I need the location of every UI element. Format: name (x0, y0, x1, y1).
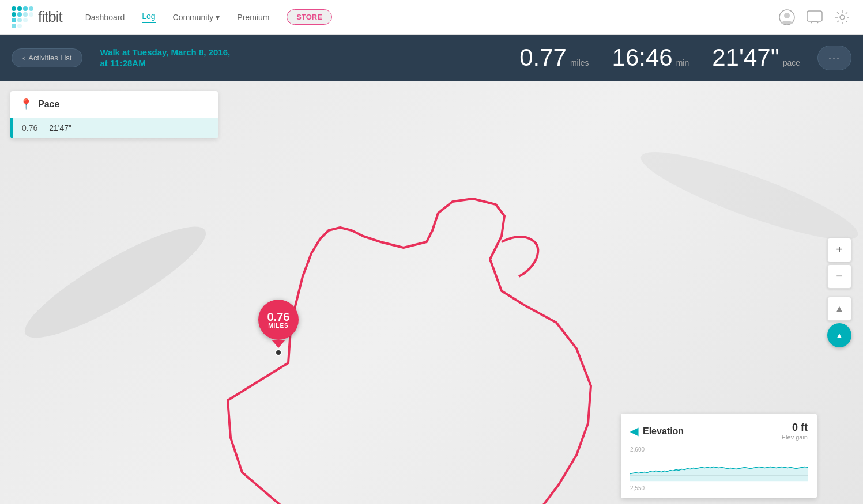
elevation-gain-label: Elev gain (782, 434, 808, 441)
nav-dashboard[interactable]: Dashboard (85, 13, 125, 22)
nav-community[interactable]: Community ▾ (173, 13, 220, 22)
elevation-scale-high: 2,600 (630, 446, 808, 453)
pace-card-header: 📍 Pace (10, 91, 218, 118)
terrain-icon: ▲ (835, 304, 844, 314)
logo-dot (17, 18, 22, 22)
pace-number: 21'47" (712, 46, 779, 70)
elevation-title: ◀ Elevation (630, 425, 684, 438)
pace-card-row: 0.76 21'47" (10, 118, 218, 138)
zoom-in-button[interactable]: + (827, 238, 851, 262)
logo-dot (23, 18, 28, 22)
chevron-down-icon: ▾ (216, 13, 220, 22)
logo-dot (29, 24, 33, 28)
elevation-chart (630, 454, 808, 483)
pace-time: 21'47" (49, 123, 71, 132)
main-nav: Dashboard Log Community ▾ Premium STORE (85, 9, 778, 25)
activity-title-line2: at 11:28AM (100, 58, 230, 69)
elevation-gain-value: 0 ft (782, 422, 808, 434)
messages-icon[interactable] (805, 8, 824, 26)
logo-dot (23, 24, 28, 28)
activities-list-label: Activities List (28, 54, 71, 62)
header-icons (778, 8, 851, 26)
nav-log[interactable]: Log (142, 12, 155, 23)
mile-label: MILES (268, 323, 289, 329)
mile-marker: 0.76 MILES (258, 300, 299, 356)
logo-dot (23, 6, 28, 11)
duration-number: 16:46 (612, 46, 673, 70)
back-arrow-icon: ‹ (22, 54, 25, 62)
settings-icon[interactable] (833, 8, 851, 26)
distance-unit: miles (570, 59, 589, 67)
logo-dot (29, 18, 33, 22)
logo-dot (17, 24, 22, 28)
pace-stat: 21'47" pace (712, 46, 800, 70)
svg-point-1 (784, 13, 790, 18)
activity-bar: ‹ Activities List Walk at Tuesday, March… (0, 35, 863, 81)
elevation-header: ◀ Elevation 0 ft Elev gain (630, 422, 808, 441)
logo-dot (29, 6, 33, 11)
mile-bubble: 0.76 MILES (258, 300, 299, 340)
activity-title-line1: Walk at Tuesday, March 8, 2016, (100, 47, 230, 58)
location-pin-icon: 📍 (20, 98, 32, 111)
zoom-out-button[interactable]: − (827, 264, 851, 289)
logo-area: fitbit (12, 6, 62, 28)
distance-number: 0.77 (519, 46, 567, 70)
bubble-pin (272, 340, 285, 348)
distance-value: 0.77 miles (519, 46, 589, 70)
activity-title: Walk at Tuesday, March 8, 2016, at 11:28… (100, 47, 230, 69)
duration-unit: min (676, 59, 689, 67)
logo-dot (12, 6, 16, 11)
logo-dots (12, 6, 33, 28)
duration-value: 16:46 min (612, 46, 689, 70)
terrain-button[interactable]: ▲ (827, 297, 851, 321)
elevation-gain: 0 ft Elev gain (782, 422, 808, 441)
strava-button[interactable]: ▲ (827, 323, 851, 347)
header: fitbit Dashboard Log Community ▾ Premium… (0, 0, 863, 35)
logo-dot (12, 24, 16, 28)
nav-premium[interactable]: Premium (237, 13, 269, 22)
strava-icon: ▲ (835, 331, 843, 340)
community-label: Community (173, 13, 214, 22)
elevation-card: ◀ Elevation 0 ft Elev gain 2,600 2,550 (621, 414, 817, 498)
logo-dot (29, 12, 33, 17)
mile-value: 0.76 (267, 311, 290, 323)
svg-point-4 (14, 210, 217, 354)
svg-point-3 (840, 15, 845, 20)
logo-dot (17, 12, 22, 17)
main-map-area: 📍 Pace 0.76 21'47" 0.76 MILES + − ▲ ▲ ◀ (0, 81, 863, 504)
logo-dot (17, 6, 22, 11)
pace-card: 📍 Pace 0.76 21'47" (10, 91, 218, 138)
elevation-icon: ◀ (630, 425, 638, 438)
svg-point-5 (634, 138, 863, 255)
profile-icon[interactable] (778, 8, 796, 26)
logo-text: fitbit (38, 8, 62, 26)
logo-dot (12, 18, 16, 22)
pace-card-title: Pace (38, 99, 59, 109)
map-controls: + − ▲ ▲ (827, 238, 851, 347)
activities-list-button[interactable]: ‹ Activities List (12, 48, 82, 67)
pace-mile: 0.76 (22, 123, 37, 132)
logo-dot (23, 12, 28, 17)
duration-stat: 16:46 min (612, 46, 689, 70)
pace-unit: pace (783, 59, 800, 67)
pace-value: 21'47" pace (712, 46, 800, 70)
elevation-scale-low: 2,550 (630, 485, 808, 491)
svg-rect-2 (807, 11, 822, 21)
bubble-dot (275, 349, 282, 356)
store-button[interactable]: STORE (287, 9, 332, 25)
elevation-label: Elevation (643, 426, 684, 437)
more-options-button[interactable]: ··· (817, 46, 851, 70)
distance-stat: 0.77 miles (519, 46, 589, 70)
logo-dot (12, 12, 16, 17)
